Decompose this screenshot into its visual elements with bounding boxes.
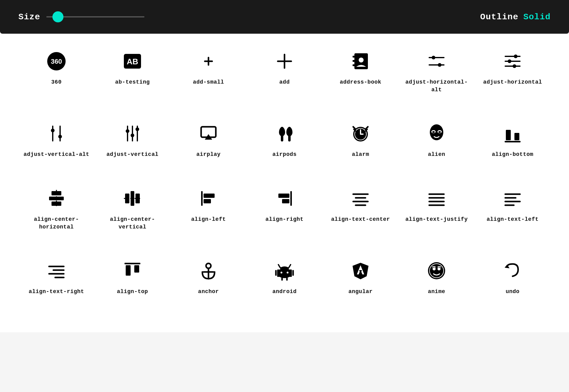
icon-airplay-label: airplay bbox=[196, 151, 220, 158]
icon-airplay: airplay bbox=[170, 112, 246, 171]
svg-rect-79 bbox=[126, 265, 131, 276]
slider-thumb[interactable] bbox=[52, 11, 63, 22]
svg-point-87 bbox=[281, 272, 282, 273]
icon-alarm: alarm bbox=[323, 112, 399, 171]
icon-angular-label: angular bbox=[348, 288, 372, 296]
icon-undo-label: undo bbox=[506, 288, 519, 296]
icon-anchor-symbol bbox=[196, 258, 221, 283]
svg-point-100 bbox=[437, 267, 441, 270]
icon-align-text-justify: align-text-justify bbox=[399, 177, 475, 243]
icon-alien-symbol bbox=[424, 121, 449, 146]
svg-point-20 bbox=[508, 59, 511, 63]
svg-rect-47 bbox=[505, 141, 521, 142]
icon-adjust-horizontal-alt: adjust-horizontal-alt bbox=[399, 40, 475, 106]
icon-align-center-horizontal-symbol bbox=[44, 186, 69, 211]
icon-android-symbol bbox=[272, 258, 297, 283]
icon-adjust-vertical-alt: adjust-vertical-alt bbox=[18, 112, 94, 171]
icon-adjust-vertical-alt-symbol bbox=[44, 121, 69, 146]
icon-align-bottom-symbol bbox=[500, 121, 525, 146]
toolbar: Size Outline Solid bbox=[0, 0, 569, 34]
icon-align-center-vertical-label: align-center-vertical bbox=[97, 216, 167, 231]
icon-align-right: align-right bbox=[246, 177, 323, 243]
svg-point-24 bbox=[51, 129, 55, 132]
icon-alarm-label: alarm bbox=[352, 151, 369, 158]
icon-align-center-vertical-symbol bbox=[120, 186, 145, 211]
outline-label[interactable]: Outline bbox=[480, 12, 518, 22]
icon-airpods-label: airpods bbox=[272, 151, 296, 158]
icon-anchor-label: anchor bbox=[198, 288, 219, 296]
icon-align-text-right-symbol bbox=[44, 258, 69, 283]
icon-align-text-right: align-text-right bbox=[18, 249, 94, 308]
svg-rect-39 bbox=[360, 134, 364, 135]
icon-airpods-symbol bbox=[272, 121, 297, 146]
size-control: Size bbox=[18, 12, 144, 22]
icon-add-label: add bbox=[279, 78, 290, 86]
svg-point-14 bbox=[432, 56, 435, 59]
svg-rect-58 bbox=[204, 199, 211, 203]
icon-angular: angular bbox=[323, 249, 399, 308]
size-label: Size bbox=[18, 12, 40, 22]
icon-align-right-symbol bbox=[272, 186, 297, 211]
icon-adjust-horizontal-alt-label: adjust-horizontal-alt bbox=[402, 78, 472, 94]
icon-360-symbol: 360 bbox=[44, 49, 69, 74]
icon-alarm-symbol bbox=[348, 121, 373, 146]
svg-rect-84 bbox=[277, 270, 292, 277]
icon-anime-symbol bbox=[424, 258, 449, 283]
svg-rect-12 bbox=[353, 64, 355, 66]
icon-align-text-justify-symbol bbox=[424, 186, 449, 211]
svg-rect-59 bbox=[290, 191, 292, 206]
icon-adjust-horizontal-label: adjust-horizontal bbox=[483, 78, 542, 86]
icon-align-bottom-label: align-bottom bbox=[492, 151, 533, 158]
icon-align-center-horizontal: align-center-horizontal bbox=[18, 177, 94, 243]
icon-align-left-symbol bbox=[196, 186, 221, 211]
svg-rect-38 bbox=[360, 129, 361, 134]
icon-ab-testing-symbol: AB bbox=[120, 49, 145, 74]
icon-ab-testing: AB ab-testing bbox=[94, 40, 170, 106]
icon-align-text-left-label: align-text-left bbox=[487, 216, 539, 223]
style-control: Outline Solid bbox=[480, 12, 551, 22]
icon-android: android bbox=[246, 249, 323, 308]
icon-adjust-vertical-alt-label: adjust-vertical-alt bbox=[24, 151, 90, 158]
icon-adjust-horizontal-alt-symbol bbox=[424, 49, 449, 74]
svg-rect-46 bbox=[514, 133, 519, 140]
size-slider[interactable] bbox=[46, 16, 144, 17]
svg-rect-56 bbox=[201, 191, 203, 206]
icon-align-top-label: align-top bbox=[117, 288, 148, 296]
icon-address-book: address-book bbox=[323, 40, 399, 106]
svg-point-28 bbox=[126, 129, 129, 133]
svg-rect-95 bbox=[359, 270, 362, 271]
solid-label[interactable]: Solid bbox=[523, 12, 551, 22]
icon-adjust-vertical: adjust-vertical bbox=[94, 112, 170, 171]
icon-alien-label: alien bbox=[428, 151, 445, 158]
icon-align-top-symbol bbox=[120, 258, 145, 283]
icon-align-left-label: align-left bbox=[191, 216, 226, 223]
svg-point-18 bbox=[514, 55, 517, 58]
svg-rect-45 bbox=[506, 130, 511, 140]
icon-align-text-left: align-text-left bbox=[475, 177, 551, 243]
icon-ab-testing-label: ab-testing bbox=[115, 78, 150, 86]
svg-line-86 bbox=[289, 265, 291, 268]
svg-text:AB: AB bbox=[127, 57, 138, 66]
svg-rect-80 bbox=[134, 265, 139, 273]
svg-point-44 bbox=[438, 131, 441, 133]
icon-address-book-symbol bbox=[348, 49, 373, 74]
icon-adjust-vertical-label: adjust-vertical bbox=[106, 151, 158, 158]
icon-adjust-horizontal-symbol bbox=[500, 49, 525, 74]
icon-anime-label: anime bbox=[428, 288, 445, 296]
icon-airpods: airpods bbox=[246, 112, 323, 171]
icon-align-text-center-label: align-text-center bbox=[331, 216, 390, 223]
svg-point-22 bbox=[513, 64, 516, 68]
icon-add-small-symbol bbox=[196, 49, 221, 74]
icon-align-center-vertical: align-center-vertical bbox=[94, 177, 170, 243]
icon-adjust-horizontal: adjust-horizontal bbox=[475, 40, 551, 106]
svg-line-85 bbox=[278, 265, 280, 268]
icon-align-center-horizontal-label: align-center-horizontal bbox=[21, 216, 91, 231]
svg-rect-61 bbox=[282, 199, 289, 203]
icon-360-label: 360 bbox=[51, 78, 62, 86]
icon-anchor: anchor bbox=[170, 249, 246, 308]
svg-rect-60 bbox=[278, 194, 289, 198]
svg-point-16 bbox=[438, 63, 441, 67]
icon-adjust-vertical-symbol bbox=[120, 121, 145, 146]
icon-align-top: align-top bbox=[94, 249, 170, 308]
icon-align-left: align-left bbox=[170, 177, 246, 243]
